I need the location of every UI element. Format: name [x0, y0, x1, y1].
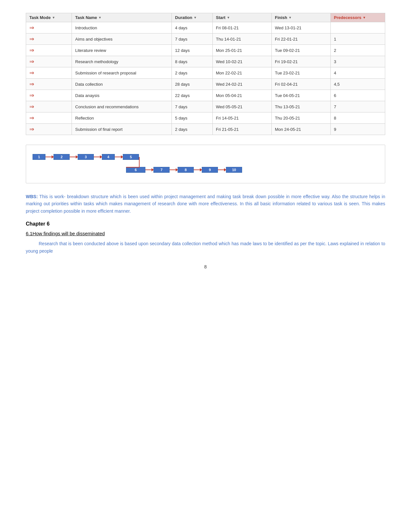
table-row: ⇒Submission of final report2 daysFri 21-…: [26, 124, 385, 135]
gantt-arrow2-1: [170, 169, 178, 170]
cell-predecessors: 6: [330, 90, 385, 101]
gantt-bar-7: 7: [153, 167, 170, 173]
cell-predecessors: 1: [330, 34, 385, 45]
cell-task-name: Submission of research proposal: [72, 67, 172, 79]
cell-duration: 28 days: [172, 79, 213, 90]
gantt-bar-9: 9: [202, 167, 218, 173]
cell-task-name: Data collection: [72, 79, 172, 90]
gantt-arrow-0: [45, 157, 54, 157]
gantt-bar-1: 1: [33, 154, 45, 160]
cell-start: Fri 21-05-21: [212, 124, 271, 135]
cell-finish: Thu 13-05-21: [271, 101, 330, 112]
cell-start: Mon 22-02-21: [212, 67, 271, 79]
gantt-down-connector: [139, 157, 140, 167]
table-row: ⇒Conclusion and recommendations7 daysWed…: [26, 101, 385, 112]
sort-arrow-duration: ▼: [194, 16, 197, 19]
table-row: ⇒Data collection28 daysWed 24-02-21Fri 0…: [26, 79, 385, 90]
th-finish[interactable]: Finish ▼: [271, 13, 330, 22]
table-row: ⇒Reflection5 daysFri 14-05-21Thu 20-05-2…: [26, 112, 385, 124]
cell-task-mode: ⇒: [26, 56, 72, 67]
section-heading: 6.1How findings will be disseminated: [26, 231, 385, 236]
cell-finish: Tue 04-05-21: [271, 90, 330, 101]
cell-finish: Tue 09-02-21: [271, 45, 330, 56]
cell-finish: Mon 24-05-21: [271, 124, 330, 135]
cell-duration: 5 days: [172, 112, 213, 124]
cell-predecessors: 3: [330, 56, 385, 67]
cell-start: Mon 25-01-21: [212, 45, 271, 56]
gantt-arrow-3: [115, 157, 123, 157]
cell-start: Wed 05-05-21: [212, 101, 271, 112]
th-start[interactable]: Start ▼: [212, 13, 271, 22]
task-mode-icon: ⇒: [29, 58, 34, 65]
cell-start: Wed 24-02-21: [212, 79, 271, 90]
table-row: ⇒Literature review12 daysMon 25-01-21Tue…: [26, 45, 385, 56]
table-row: ⇒Submission of research proposal2 daysMo…: [26, 67, 385, 79]
cell-task-mode: ⇒: [26, 79, 72, 90]
task-mode-icon: ⇒: [29, 114, 34, 121]
gantt-chart: 12345 678910: [26, 145, 385, 183]
th-duration[interactable]: Duration ▼: [172, 13, 213, 22]
cell-task-name: Conclusion and recommendations: [72, 101, 172, 112]
sort-arrow-task-name: ▼: [98, 16, 102, 19]
gantt-bar-4: 4: [102, 154, 115, 160]
task-mode-icon: ⇒: [29, 126, 34, 133]
cell-finish: Fri 19-02-21: [271, 56, 330, 67]
cell-start: Wed 10-02-21: [212, 56, 271, 67]
cell-duration: 4 days: [172, 22, 213, 34]
page-number: 8: [26, 264, 385, 269]
gantt-bar-3: 3: [78, 154, 94, 160]
cell-task-mode: ⇒: [26, 22, 72, 34]
table-row: ⇒Research methodology8 daysWed 10-02-21F…: [26, 56, 385, 67]
cell-duration: 8 days: [172, 56, 213, 67]
cell-start: Mon 05-04-21: [212, 90, 271, 101]
wbs-paragraph: WBS: This is work- breakdown structure w…: [26, 193, 385, 215]
cell-start: Thu 14-01-21: [212, 34, 271, 45]
gantt-bar-8: 8: [178, 167, 194, 173]
cell-task-name: Literature review: [72, 45, 172, 56]
cell-predecessors: 8: [330, 112, 385, 124]
cell-predecessors: 4,5: [330, 79, 385, 90]
th-task-name[interactable]: Task Name ▼: [72, 13, 172, 22]
sort-arrow-task-mode: ▼: [52, 16, 55, 19]
gantt-row-1: 12345: [33, 154, 139, 160]
cell-task-name: Data anaysis: [72, 90, 172, 101]
cell-task-mode: ⇒: [26, 124, 72, 135]
gantt-bar-6: 6: [126, 167, 145, 173]
cell-task-name: Reflection: [72, 112, 172, 124]
cell-task-mode: ⇒: [26, 34, 72, 45]
gantt-arrow-2: [94, 157, 102, 157]
task-mode-icon: ⇒: [29, 103, 34, 110]
table-row: ⇒Data anaysis22 daysMon 05-04-21Tue 04-0…: [26, 90, 385, 101]
cell-start: Fri 08-01-21: [212, 22, 271, 34]
gantt-arrow2-3: [218, 169, 226, 170]
gantt-arrow-1: [70, 157, 78, 157]
chapter-heading: Chapter 6: [26, 221, 385, 227]
cell-task-name: Research methodology: [72, 56, 172, 67]
cell-task-name: Aims and objectives: [72, 34, 172, 45]
cell-duration: 2 days: [172, 124, 213, 135]
task-mode-icon: ⇒: [29, 92, 34, 99]
gantt-arrow2-0: [145, 169, 153, 170]
cell-predecessors: 9: [330, 124, 385, 135]
cell-duration: 2 days: [172, 67, 213, 79]
task-mode-icon: ⇒: [29, 81, 34, 88]
cell-finish: Tue 23-02-21: [271, 67, 330, 79]
table-row: ⇒Introduction4 daysFri 08-01-21Wed 13-01…: [26, 22, 385, 34]
task-mode-icon: ⇒: [29, 24, 34, 31]
table-row: ⇒Aims and objectives7 daysThu 14-01-21Fr…: [26, 34, 385, 45]
cell-task-name: Submission of final report: [72, 124, 172, 135]
gantt-table: Task Mode ▼ Task Name ▼ Duration ▼ Start: [26, 13, 385, 135]
cell-duration: 7 days: [172, 34, 213, 45]
cell-finish: Wed 13-01-21: [271, 22, 330, 34]
gantt-bar-2: 2: [54, 154, 70, 160]
th-task-mode[interactable]: Task Mode ▼: [26, 13, 72, 22]
cell-task-mode: ⇒: [26, 112, 72, 124]
wbs-text: This is work- breakdown structure which …: [26, 194, 385, 214]
sort-arrow-start: ▼: [227, 16, 230, 19]
cell-predecessors: 4: [330, 67, 385, 79]
th-predecessors[interactable]: Predecessors ▼: [330, 13, 385, 22]
gantt-row-2: 678910: [126, 167, 242, 173]
cell-predecessors: [330, 22, 385, 34]
body-paragraph: Research that is been conducted above is…: [26, 240, 385, 255]
cell-task-mode: ⇒: [26, 101, 72, 112]
